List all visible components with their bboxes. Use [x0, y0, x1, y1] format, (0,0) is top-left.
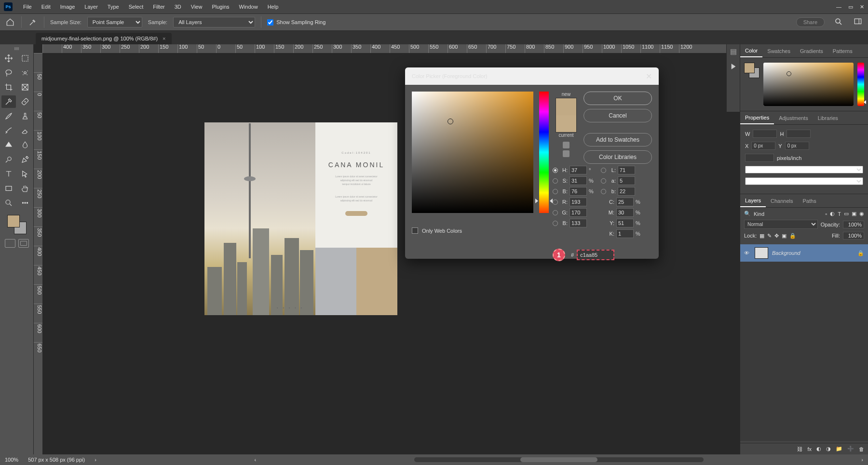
fg-color-swatch[interactable] — [7, 215, 20, 227]
healing-tool[interactable] — [18, 95, 32, 108]
gradient-tool[interactable] — [1, 139, 16, 151]
websafe-warning-icon[interactable] — [563, 150, 570, 157]
delete-icon[interactable]: 🗑 — [859, 446, 864, 452]
dialog-titlebar[interactable]: Color Picker (Foreground Color) ✕ — [405, 67, 659, 85]
lasso-tool[interactable] — [1, 66, 16, 79]
panel-grip[interactable] — [10, 47, 24, 50]
prop-x-input[interactable] — [751, 142, 775, 150]
h-input[interactable] — [570, 166, 587, 174]
tab-patterns[interactable]: Patterns — [828, 44, 857, 57]
lock-pixel-icon[interactable]: ✎ — [767, 233, 772, 239]
hex-input[interactable] — [577, 250, 614, 260]
prop-h-input[interactable] — [787, 130, 811, 138]
only-web-colors[interactable]: Only Web Colors — [412, 227, 462, 234]
adjustment-icon[interactable]: ◑ — [826, 446, 831, 452]
menu-help[interactable]: Help — [263, 0, 284, 13]
radio-r[interactable] — [553, 199, 558, 205]
move-tool[interactable] — [1, 52, 16, 65]
hand-tool[interactable] — [18, 182, 32, 195]
r-input[interactable] — [570, 198, 587, 206]
filter-adj-icon[interactable]: ◐ — [830, 211, 835, 217]
chevron-right-icon[interactable]: › — [95, 457, 96, 463]
close-tab-icon[interactable]: × — [163, 36, 165, 41]
visibility-icon[interactable]: 👁 — [744, 250, 751, 256]
link-layers-icon[interactable]: ⛓ — [797, 446, 802, 452]
show-ring-input[interactable] — [267, 19, 273, 26]
radio-h[interactable] — [553, 168, 558, 173]
history-panel-icon[interactable] — [730, 48, 737, 56]
radio-l[interactable] — [601, 168, 606, 173]
opacity-value[interactable]: 100% — [843, 221, 864, 228]
actions-panel-icon[interactable] — [730, 63, 737, 70]
tab-libraries[interactable]: Libraries — [813, 111, 843, 124]
menu-layer[interactable]: Layer — [80, 0, 103, 13]
tab-channels[interactable]: Channels — [766, 194, 798, 207]
tab-gradients[interactable]: Gradients — [795, 44, 828, 57]
type-tool[interactable] — [1, 168, 16, 180]
share-button[interactable]: Share — [796, 17, 825, 27]
prop-bits-select[interactable] — [745, 177, 863, 185]
menu-select[interactable]: Select — [124, 0, 149, 13]
zoom-tool[interactable] — [1, 197, 16, 209]
layer-lock-icon[interactable]: 🔒 — [857, 250, 864, 256]
ok-button[interactable]: OK — [583, 92, 652, 105]
lock-nest-icon[interactable]: ▣ — [782, 233, 787, 239]
b-lab-input[interactable] — [618, 187, 635, 196]
radio-s[interactable] — [553, 178, 558, 184]
dodge-tool[interactable] — [1, 153, 16, 166]
zoom-level[interactable]: 100% — [5, 457, 18, 463]
y-input[interactable] — [616, 219, 634, 227]
path-select-tool[interactable] — [18, 168, 32, 180]
only-web-checkbox[interactable] — [412, 227, 418, 234]
blur-tool[interactable] — [18, 139, 32, 151]
c-input[interactable] — [616, 198, 634, 206]
new-layer-icon[interactable]: ➕ — [847, 446, 854, 452]
prop-res-input[interactable] — [745, 154, 774, 162]
menu-file[interactable]: File — [18, 0, 37, 13]
tab-paths[interactable]: Paths — [798, 194, 821, 207]
document-artboard[interactable]: • • • • • Codel:104201 CANA MONIL Lorem … — [204, 122, 397, 315]
fill-value[interactable]: 100% — [843, 232, 864, 239]
tab-color[interactable]: Color — [740, 44, 762, 57]
marquee-tool[interactable] — [18, 52, 32, 65]
filter-toggle[interactable]: ◉ — [859, 211, 864, 217]
rectangle-tool[interactable] — [1, 182, 16, 195]
history-brush-tool[interactable] — [1, 124, 16, 137]
filter-type-icon[interactable]: T — [838, 211, 841, 217]
tab-layers[interactable]: Layers — [740, 194, 766, 207]
pen-tool[interactable] — [18, 153, 32, 166]
filter-shape-icon[interactable]: ▭ — [844, 211, 849, 217]
eraser-tool[interactable] — [18, 124, 32, 137]
menu-filter[interactable]: Filter — [148, 0, 169, 13]
workspace-icon[interactable] — [854, 17, 863, 27]
cp-sat-field[interactable] — [763, 63, 854, 106]
cancel-button[interactable]: Cancel — [583, 109, 652, 122]
mask-mode-toggle[interactable] — [5, 239, 29, 248]
tab-swatches[interactable]: Swatches — [762, 44, 795, 57]
document-tab[interactable]: midjourney-final-selection.png @ 100% (R… — [36, 33, 172, 44]
b-rgb-input[interactable] — [570, 219, 587, 227]
m-input[interactable] — [616, 208, 634, 217]
minimize-icon[interactable]: — — [836, 4, 841, 10]
tab-adjustments[interactable]: Adjustments — [774, 111, 813, 124]
color-libraries-button[interactable]: Color Libraries — [583, 150, 652, 164]
doc-dimensions[interactable]: 507 px x 508 px (96 ppi) — [28, 457, 85, 463]
cp-hue-strip[interactable] — [857, 63, 864, 106]
sample-size-select[interactable]: Point Sample — [87, 17, 142, 27]
layer-thumbnail[interactable] — [755, 247, 768, 259]
crop-tool[interactable] — [1, 81, 16, 93]
prop-w-input[interactable] — [753, 130, 777, 138]
lock-pos-icon[interactable]: ✥ — [774, 233, 779, 239]
home-icon[interactable] — [5, 17, 15, 27]
b-hsb-input[interactable] — [570, 187, 587, 196]
brush-tool[interactable] — [1, 110, 16, 122]
filter-pixel-icon[interactable]: ▫ — [825, 211, 827, 217]
stamp-tool[interactable] — [18, 110, 32, 122]
add-swatches-button[interactable]: Add to Swatches — [583, 133, 652, 146]
search-icon[interactable] — [834, 17, 844, 27]
cp-swatches[interactable] — [744, 63, 760, 78]
menu-plugins[interactable]: Plugins — [207, 0, 234, 13]
s-input[interactable] — [570, 176, 587, 185]
frame-tool[interactable] — [18, 81, 32, 93]
maximize-icon[interactable]: ▭ — [848, 4, 853, 10]
